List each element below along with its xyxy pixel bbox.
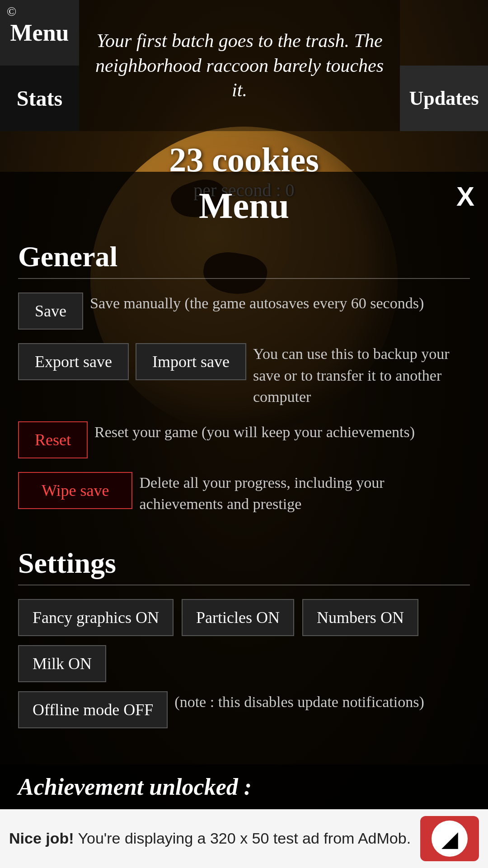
wipe-row: Wipe save Delete all your progress, incl… — [18, 472, 470, 515]
ad-banner: Nice job! You're displaying a 320 x 50 t… — [0, 809, 488, 868]
import-save-button[interactable]: Import save — [136, 343, 246, 380]
top-left-buttons: Menu Stats — [0, 0, 79, 131]
copyright: © — [7, 5, 16, 19]
menu-header: Menu X — [0, 172, 488, 231]
ad-logo: ◢ — [420, 816, 479, 861]
export-import-description: You can use this to backup your save or … — [253, 343, 470, 408]
offline-row: Offline mode OFF (note : this disables u… — [18, 691, 470, 728]
general-section-title: General — [18, 240, 470, 274]
general-divider — [18, 278, 470, 279]
general-section: General Save Save manually (the game aut… — [0, 231, 488, 538]
export-save-button[interactable]: Export save — [18, 343, 129, 380]
ad-label-text: You're displaying a 320 x 50 test ad fro… — [74, 830, 411, 847]
save-description: Save manually (the game autosaves every … — [90, 292, 470, 314]
save-row: Save Save manually (the game autosaves e… — [18, 292, 470, 330]
settings-section: Settings Fancy graphics ON Particles ON … — [0, 538, 488, 746]
ad-text: Nice job! You're displaying a 320 x 50 t… — [9, 828, 413, 849]
save-button[interactable]: Save — [18, 292, 83, 330]
settings-buttons-row: Fancy graphics ON Particles ON Numbers O… — [18, 599, 470, 636]
particles-button[interactable]: Particles ON — [182, 599, 294, 636]
reset-description: Reset your game (you will keep your achi… — [94, 421, 470, 443]
wipe-save-button[interactable]: Wipe save — [18, 472, 132, 509]
close-button[interactable]: X — [456, 181, 474, 212]
offline-note: (note : this disables update notificatio… — [174, 691, 470, 713]
offline-mode-button[interactable]: Offline mode OFF — [18, 691, 168, 728]
export-import-row: Export save Import save You can use this… — [18, 343, 470, 408]
stats-button[interactable]: Stats — [0, 66, 79, 131]
settings-section-title: Settings — [18, 547, 470, 580]
numbers-button[interactable]: Numbers ON — [302, 599, 418, 636]
menu-title: Menu — [9, 185, 479, 226]
ad-logo-inner: ◢ — [432, 821, 468, 857]
reset-row: Reset Reset your game (you will keep you… — [18, 421, 470, 458]
menu-overlay: Menu X General Save Save manually (the g… — [0, 172, 488, 809]
settings-divider — [18, 585, 470, 585]
updates-button[interactable]: Updates — [400, 66, 488, 131]
achievement-banner: Achievement unlocked : — [0, 764, 488, 809]
milk-button-row: Milk ON — [18, 645, 470, 682]
wipe-description: Delete all your progress, including your… — [139, 472, 470, 515]
achievement-text: Achievement unlocked : — [18, 774, 470, 800]
flavor-text: Your first batch goes to the trash. The … — [88, 28, 391, 103]
ad-label-bold: Nice job! — [9, 830, 74, 847]
flavor-text-area: Your first batch goes to the trash. The … — [79, 0, 400, 131]
ad-logo-icon: ◢ — [441, 826, 458, 851]
milk-button[interactable]: Milk ON — [18, 645, 106, 682]
fancy-graphics-button[interactable]: Fancy graphics ON — [18, 599, 174, 636]
reset-button[interactable]: Reset — [18, 421, 88, 458]
top-bar: Menu Stats Your first batch goes to the … — [0, 0, 488, 131]
